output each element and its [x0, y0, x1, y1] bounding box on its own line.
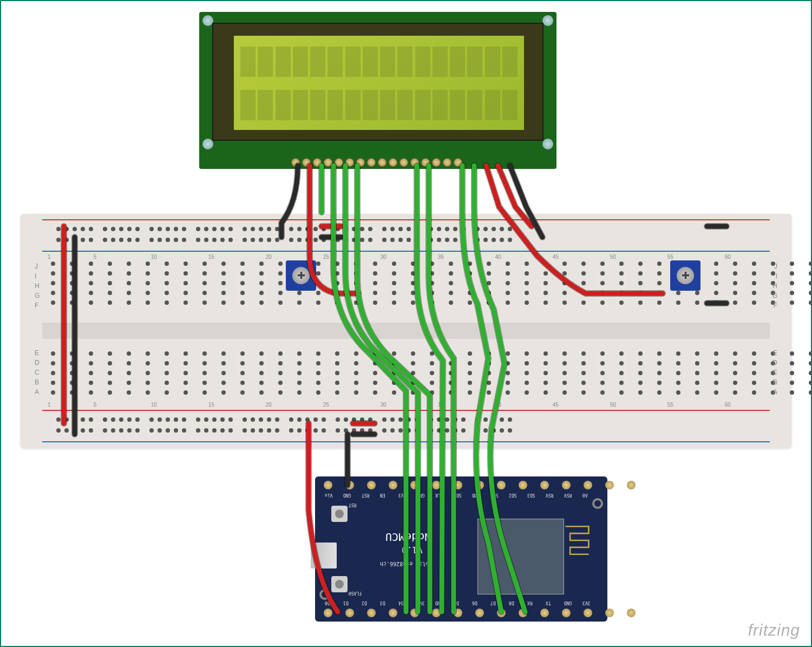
breadboard-main: [42, 259, 770, 402]
nodemcu-board: RST FLASH NodeMCU V1.0 Lolin esp8266.ch …: [315, 476, 607, 622]
rail-holes: [56, 428, 512, 433]
rail-holes: [56, 227, 512, 231]
lcd-bezel: [212, 23, 543, 141]
pot-knob-icon: ✚: [292, 267, 310, 284]
lcd-character-grid: [240, 47, 518, 120]
lcd-screw: [542, 15, 553, 26]
nodemcu-title: NodeMCU: [385, 531, 431, 544]
fritzing-watermark: fritzing: [748, 621, 800, 639]
mounting-hole: [319, 589, 330, 600]
breadboard: JIHGFEDCBA JIHGFEDCBA 151015202530354045…: [21, 214, 791, 448]
potentiometer-left: ✚: [286, 260, 316, 291]
breadboard-bottom-rail: [42, 411, 770, 441]
rail-positive-line: [42, 219, 770, 220]
nodemcu-bottom-pins: [324, 609, 645, 617]
rail-holes: [56, 417, 512, 422]
lcd-module: [199, 12, 556, 169]
breadboard-lower-matrix: [51, 351, 812, 400]
rail-positive-line: [42, 410, 770, 411]
lcd-screw: [542, 139, 553, 149]
flash-button: [331, 576, 348, 592]
nodemcu-subtitle: V1.0: [402, 545, 423, 555]
usb-port-icon: [311, 543, 337, 568]
wifi-antenna-icon: [563, 524, 591, 557]
nodemcu-top-pins: [324, 481, 645, 489]
flash-label: FLASH: [349, 591, 362, 596]
mounting-hole: [592, 498, 603, 509]
potentiometer-right: ✚: [670, 260, 700, 291]
rail-negative-line: [42, 251, 770, 252]
lcd-screen: [234, 36, 524, 130]
rail-negative-line: [42, 441, 770, 442]
nodemcu-vendor: Lolin esp8266.ch: [380, 561, 432, 567]
rail-holes: [56, 238, 512, 242]
rst-button: [331, 506, 348, 522]
lcd-screw: [202, 15, 213, 26]
pot-knob-icon: ✚: [677, 267, 694, 284]
breadboard-gap: [42, 323, 770, 339]
lcd-screw: [202, 139, 213, 149]
breadboard-top-rail: [42, 220, 770, 251]
rst-label: RST: [349, 502, 356, 507]
lcd-pin-header: [291, 158, 462, 167]
esp8266-chip: [477, 519, 564, 594]
